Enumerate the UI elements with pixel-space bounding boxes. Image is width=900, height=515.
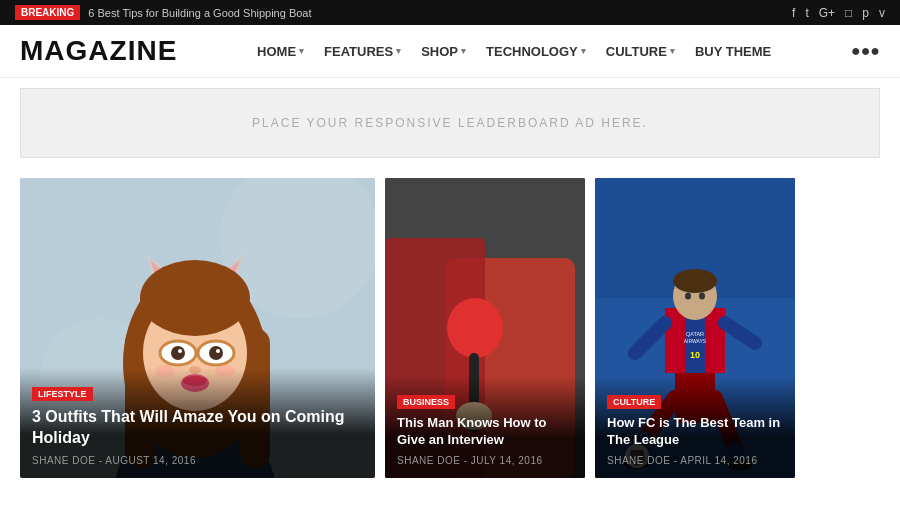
card-1[interactable]: LIFESTYLE 3 Outfits That Will Amaze You …: [20, 178, 375, 478]
svg-point-29: [447, 298, 503, 358]
card-category-2: BUSINESS: [397, 395, 455, 409]
card-title-1: 3 Outfits That Will Amaze You on Coming …: [32, 407, 363, 449]
nav-item-features[interactable]: FEATURES ▾: [324, 44, 401, 59]
header: MAGAZINE HOME ▾ FEATURES ▾ SHOP ▾ TECHNO…: [0, 25, 900, 78]
svg-text:QATAR: QATAR: [686, 331, 704, 337]
svg-point-56: [685, 293, 691, 300]
card-date-1: AUGUST 14, 2016: [105, 455, 196, 466]
card-date-3: APRIL 14, 2016: [680, 455, 757, 466]
cards-section: LIFESTYLE 3 Outfits That Will Amaze You …: [0, 168, 900, 498]
card-category-3: CULTURE: [607, 395, 661, 409]
card-title-3: How FC is The Best Team in The League: [607, 415, 783, 449]
nav-item-buy-theme[interactable]: BUY THEME: [695, 44, 771, 59]
svg-point-12: [140, 260, 250, 336]
svg-point-57: [699, 293, 705, 300]
breaking-news: BREAKING 6 Best Tips for Building a Good…: [15, 5, 312, 20]
vimeo-icon[interactable]: v: [879, 6, 885, 20]
top-bar: BREAKING 6 Best Tips for Building a Good…: [0, 0, 900, 25]
card-3[interactable]: QATAR AIRWAYS 10 CULTURE How FC is The B…: [595, 178, 795, 478]
ad-banner: PLACE YOUR RESPONSIVE LEADERBOARD AD HER…: [20, 88, 880, 158]
social-icons: f t G+ □ p v: [792, 6, 885, 20]
card-meta-1: SHANE DOE - AUGUST 14, 2016: [32, 455, 363, 466]
card-2[interactable]: BUSINESS This Man Knows How to Give an I…: [385, 178, 585, 478]
breaking-badge: BREAKING: [15, 5, 80, 20]
card-date-2: JULY 14, 2016: [471, 455, 543, 466]
card-meta-3: SHANE DOE - APRIL 14, 2016: [607, 455, 783, 466]
chevron-down-icon: ▾: [396, 46, 401, 56]
logo[interactable]: MAGAZINE: [20, 35, 177, 67]
chevron-down-icon: ▾: [299, 46, 304, 56]
googleplus-icon[interactable]: G+: [819, 6, 835, 20]
svg-point-55: [673, 269, 717, 293]
search-icon[interactable]: ●●●: [851, 42, 880, 60]
nav-item-technology[interactable]: TECHNOLOGY ▾: [486, 44, 586, 59]
nav-item-shop[interactable]: SHOP ▾: [421, 44, 466, 59]
card-overlay-2: BUSINESS This Man Knows How to Give an I…: [385, 376, 585, 478]
nav-item-home[interactable]: HOME ▾: [257, 44, 304, 59]
card-overlay-3: CULTURE How FC is The Best Team in The L…: [595, 376, 795, 478]
svg-point-17: [178, 349, 182, 353]
instagram-icon[interactable]: □: [845, 6, 852, 20]
chevron-down-icon: ▾: [670, 46, 675, 56]
pinterest-icon[interactable]: p: [862, 6, 869, 20]
svg-point-15: [171, 346, 185, 360]
main-nav: HOME ▾ FEATURES ▾ SHOP ▾ TECHNOLOGY ▾ CU…: [257, 44, 771, 59]
card-title-2: This Man Knows How to Give an Interview: [397, 415, 573, 449]
card-category-1: LIFESTYLE: [32, 387, 93, 401]
svg-text:10: 10: [690, 350, 700, 360]
card-author-3: SHANE DOE: [607, 455, 670, 466]
ad-banner-text: PLACE YOUR RESPONSIVE LEADERBOARD AD HER…: [252, 116, 648, 130]
twitter-icon[interactable]: t: [805, 6, 808, 20]
nav-item-culture[interactable]: CULTURE ▾: [606, 44, 675, 59]
svg-text:AIRWAYS: AIRWAYS: [684, 338, 707, 344]
card-author-2: SHANE DOE: [397, 455, 460, 466]
breaking-text: 6 Best Tips for Building a Good Shipping…: [88, 7, 311, 19]
svg-point-18: [216, 349, 220, 353]
facebook-icon[interactable]: f: [792, 6, 795, 20]
svg-point-16: [209, 346, 223, 360]
card-author-1: SHANE DOE: [32, 455, 95, 466]
card-meta-2: SHANE DOE - JULY 14, 2016: [397, 455, 573, 466]
chevron-down-icon: ▾: [461, 46, 466, 56]
card-overlay-1: LIFESTYLE 3 Outfits That Will Amaze You …: [20, 368, 375, 478]
chevron-down-icon: ▾: [581, 46, 586, 56]
